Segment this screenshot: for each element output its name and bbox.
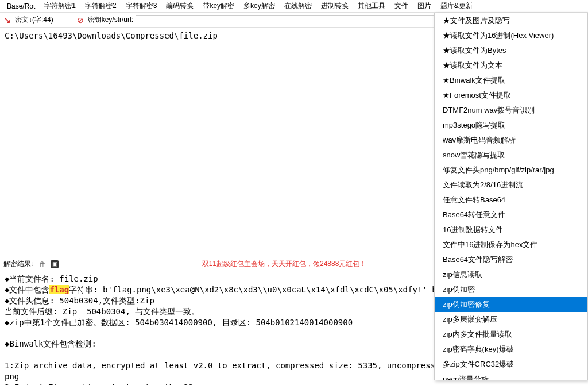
dropdown-item-14[interactable]: 16进制数据转文件 <box>435 222 587 237</box>
dropdown-item-13[interactable]: Base64转任意文件 <box>435 207 587 222</box>
result-label: 解密结果↓ <box>3 259 34 269</box>
dropdown-item-9[interactable]: snow雪花隐写提取 <box>435 148 587 163</box>
file-path: C:\Users\16493\Downloads\Compressed\file… <box>5 31 218 40</box>
dropdown-item-6[interactable]: DTMF2num wav拨号音识别 <box>435 103 587 118</box>
dropdown-item-18[interactable]: zip伪加密 <box>435 282 587 297</box>
dropdown-item-17[interactable]: zip信息读取 <box>435 267 587 282</box>
menubar-item-4[interactable]: 编码转换 <box>161 0 198 12</box>
dropdown-item-2[interactable]: ★读取文件为Bytes <box>435 43 587 58</box>
dropdown-item-16[interactable]: Base64文件隐写解密 <box>435 252 587 267</box>
key-label: 密钥key/str/url: <box>88 15 133 25</box>
menubar-item-12[interactable]: 题库&更新 <box>436 0 477 12</box>
ciphertext-label: 密文↓(字:44) <box>15 15 53 25</box>
dropdown-item-12[interactable]: 任意文件转Base64 <box>435 192 587 207</box>
dropdown-item-7[interactable]: mp3stego隐写提取 <box>435 118 587 133</box>
menubar-item-9[interactable]: 其他工具 <box>353 0 390 12</box>
dropdown-item-11[interactable]: 文件读取为2/8/16进制流 <box>435 178 587 192</box>
dropdown-item-5[interactable]: ★Foremost文件提取 <box>435 88 587 103</box>
menubar-item-1[interactable]: 字符解密1 <box>40 0 80 12</box>
dropdown-item-22[interactable]: zip密码字典(key)爆破 <box>435 342 587 357</box>
dropdown-item-24[interactable]: pacp流量分析 <box>435 372 587 380</box>
dropdown-item-0[interactable]: ★文件及图片及隐写 <box>435 13 587 28</box>
dropdown-item-3[interactable]: ★读取文件为文本 <box>435 58 587 73</box>
export-icon[interactable]: ↘ <box>2 15 13 25</box>
dropdown-item-4[interactable]: ★Binwalk文件提取 <box>435 73 587 88</box>
dropdown-item-1[interactable]: ★读取文件为16进制(Hex Viewer) <box>435 28 587 43</box>
menubar-item-5[interactable]: 带key解密 <box>198 0 239 12</box>
menubar-item-6[interactable]: 多key解密 <box>239 0 280 12</box>
menubar-item-0[interactable]: Base/Rot <box>2 1 40 11</box>
dropdown-item-19[interactable]: zip伪加密修复 <box>435 297 587 312</box>
file-dropdown-menu: ★文件及图片及隐写★读取文件为16进制(Hex Viewer)★读取文件为Byt… <box>434 13 588 380</box>
dropdown-item-15[interactable]: 文件中16进制保存为hex文件 <box>435 237 587 252</box>
menubar-item-11[interactable]: 图片 <box>413 0 436 12</box>
menubar-item-3[interactable]: 字符解密3 <box>121 0 162 12</box>
menubar-item-10[interactable]: 文件 <box>390 0 413 12</box>
menubar-item-2[interactable]: 字符解密2 <box>80 0 121 12</box>
menubar-item-8[interactable]: 进制转换 <box>316 0 353 12</box>
flag-highlight: flag <box>49 285 69 294</box>
menubar: Base/Rot字符解密1字符解密2字符解密3编码转换带key解密多key解密在… <box>0 0 588 13</box>
prohibit-icon[interactable]: ⊘ <box>75 15 86 25</box>
copy-result-icon[interactable]: ▣ <box>51 260 59 268</box>
dropdown-item-20[interactable]: zip多层嵌套解压 <box>435 312 587 327</box>
menubar-item-7[interactable]: 在线解密 <box>280 0 316 12</box>
trash-icon[interactable]: 🗑 <box>38 260 47 269</box>
dropdown-item-21[interactable]: zip内多文件批量读取 <box>435 327 587 342</box>
dropdown-item-23[interactable]: 多zip文件CRC32爆破 <box>435 357 587 372</box>
dropdown-item-10[interactable]: 修复文件头png/bmp/gif/zip/rar/jpg <box>435 163 587 178</box>
dropdown-item-8[interactable]: wav摩斯电码音频解析 <box>435 133 587 148</box>
